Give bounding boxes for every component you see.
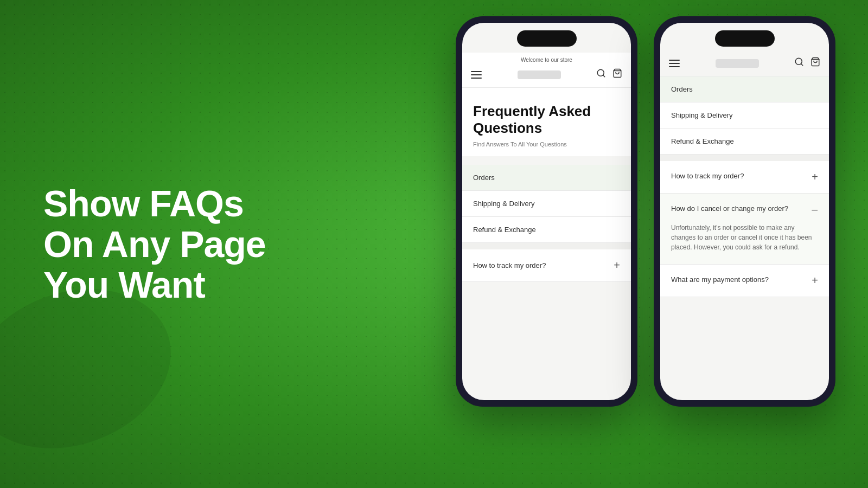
p2-faq-question-1: How to track my order? <box>671 172 749 180</box>
nav-icons-2 <box>794 57 820 69</box>
faq-main-1: Frequently Asked Questions Find Answers … <box>462 88 631 156</box>
phone-1-content: Welcome to our store <box>462 23 631 400</box>
p2-faq-question-3: What are my payment options? <box>671 275 774 284</box>
category-item-refund-2[interactable]: Refund & Exchange <box>660 129 829 155</box>
faq-subtitle-1: Find Answers To All Your Questions <box>473 141 620 147</box>
p2-faq-item-1[interactable]: How to track my order? + <box>660 161 829 194</box>
search-icon-2[interactable] <box>794 57 804 69</box>
p2-faq-content-1: How to track my order? <box>671 171 812 181</box>
background: Show FAQs On Any Page You Want Welcome t… <box>0 0 868 488</box>
category-item-orders-2[interactable]: Orders <box>660 76 829 102</box>
welcome-bar: Welcome to our store <box>471 57 622 63</box>
hamburger-icon[interactable] <box>471 71 482 79</box>
category-item-orders-1[interactable]: Orders <box>462 165 631 191</box>
p2-faq-toggle-3[interactable]: + <box>812 274 818 287</box>
p2-faq-item-3[interactable]: What are my payment options? + <box>660 265 829 297</box>
faq-toggle-plus-1[interactable]: + <box>614 259 620 272</box>
nav-logo-2 <box>716 59 759 68</box>
p2-faq-answer-2: Unfortunately, it's not possible to make… <box>671 223 818 254</box>
category-list-1: Orders Shipping & Delivery Refund & Exch… <box>462 165 631 243</box>
category-list-2: Orders Shipping & Delivery Refund & Exch… <box>660 76 829 155</box>
nav-bar-1 <box>471 68 622 81</box>
nav-logo-1 <box>518 70 561 79</box>
p2-faq-content-2: How do I cancel or change my order? <box>671 203 807 214</box>
faq-item-1[interactable]: How to track my order? + <box>462 249 631 282</box>
hero-text-block: Show FAQs On Any Page You Want <box>43 183 271 305</box>
faq-divider-2 <box>660 155 829 161</box>
phone-2-header <box>660 53 829 76</box>
search-icon-1[interactable] <box>596 68 606 81</box>
svg-line-1 <box>603 75 604 76</box>
nav-icons-1 <box>596 68 622 81</box>
p2-faq-toggle-1[interactable]: + <box>812 171 818 183</box>
faq-question-1: How to track my order? <box>473 261 614 269</box>
dynamic-island-2 <box>715 30 775 47</box>
category-item-shipping-1[interactable]: Shipping & Delivery <box>462 191 631 217</box>
nav-bar-2 <box>669 57 820 69</box>
phone-1-screen: Welcome to our store <box>462 23 631 400</box>
p2-faq-question-2: How do I cancel or change my order? <box>671 204 794 213</box>
cart-icon-1[interactable] <box>612 68 622 81</box>
p2-faq-item-2[interactable]: How do I cancel or change my order? − Un… <box>660 194 829 265</box>
dynamic-island-1 <box>517 30 577 47</box>
p2-faq-content-3: What are my payment options? <box>671 274 812 285</box>
phone-1-header: Welcome to our store <box>462 53 631 88</box>
phone-2: Orders Shipping & Delivery Refund & Exch… <box>654 16 835 407</box>
svg-line-4 <box>801 63 802 65</box>
p2-faq-toggle-2[interactable]: − <box>811 203 818 217</box>
phone-1: Welcome to our store <box>456 16 637 407</box>
phones-container: Welcome to our store <box>456 16 835 407</box>
cart-icon-2[interactable] <box>810 57 820 69</box>
faq-title-1: Frequently Asked Questions <box>473 103 620 137</box>
category-item-shipping-2[interactable]: Shipping & Delivery <box>660 102 829 129</box>
hamburger-icon-2[interactable] <box>669 60 680 67</box>
faq-divider-1 <box>462 243 631 249</box>
hero-heading: Show FAQs On Any Page You Want <box>43 183 271 305</box>
phone-2-content: Orders Shipping & Delivery Refund & Exch… <box>660 23 829 400</box>
phone-2-screen: Orders Shipping & Delivery Refund & Exch… <box>660 23 829 400</box>
category-item-refund-1[interactable]: Refund & Exchange <box>462 217 631 243</box>
